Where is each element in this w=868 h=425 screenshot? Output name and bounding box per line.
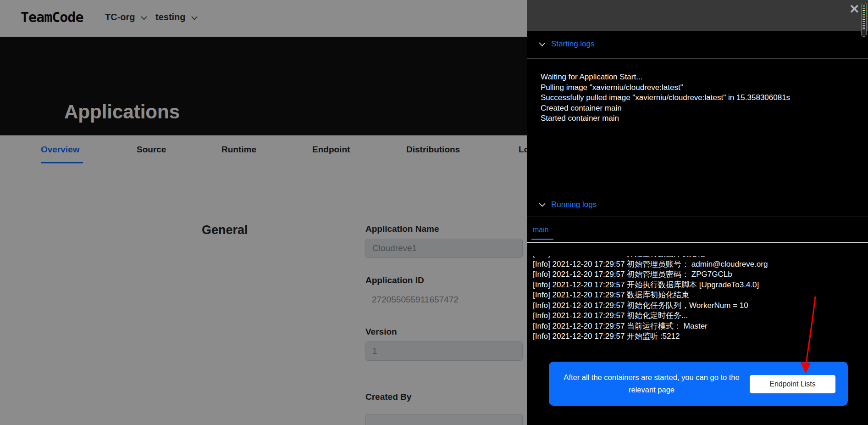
log-line: [Info] 2021-12-20 17:29:57 数据库初始化结束 <box>533 290 861 301</box>
log-line: Successfully pulled image "xavierniu/clo… <box>541 93 790 103</box>
divider <box>527 58 868 59</box>
drawer-header <box>527 0 868 31</box>
chevron-down-icon <box>539 203 546 207</box>
log-line: [Info] 2021-12-20 17:29:57 初始化任务队列，Worke… <box>533 301 861 311</box>
close-icon[interactable]: ✕ <box>849 2 860 17</box>
log-line: [Info] 2021-12-20 17:29:57 初始管理员密码： ZPG7… <box>533 269 861 280</box>
log-line: Created container main <box>541 103 790 114</box>
log-line: Waiting for Application Start... <box>541 72 790 83</box>
endpoint-notification-banner: After all the containers are started, yo… <box>549 362 848 406</box>
running-logs-title: Running logs <box>551 200 597 209</box>
scrollbar-minimap[interactable] <box>861 3 867 37</box>
log-line: Pulling image "xavierniu/cloudreve:lates… <box>541 83 790 93</box>
log-line: [Info] 2021-12-20 17:29:57 开始执行数据库脚本 [Up… <box>533 280 861 291</box>
divider <box>527 217 868 217</box>
starting-logs-output: Waiting for Application Start... Pulling… <box>541 72 790 124</box>
running-logs-toggle[interactable]: Running logs <box>539 200 597 209</box>
endpoint-lists-button[interactable]: Endpoint Lists <box>750 375 835 393</box>
running-logs-output[interactable]: [Info] 2021-12-20 17:29:57 开始进行数据库初始化 [I… <box>533 256 861 348</box>
log-line: [Info] 2021-12-20 17:29:57 初始管理员账号： admi… <box>533 259 861 270</box>
notification-message: After all the containers are started, yo… <box>560 371 743 397</box>
divider <box>527 242 868 243</box>
log-line: [Info] 2021-12-20 17:29:57 初始化定时任务... <box>533 311 861 321</box>
logs-drawer: ✕ Starting logs Waiting for Application … <box>527 0 868 425</box>
log-line: Started container main <box>541 113 790 124</box>
chevron-down-icon <box>539 42 546 46</box>
container-tab-main[interactable]: main <box>533 226 549 234</box>
starting-logs-title: Starting logs <box>551 39 595 49</box>
starting-logs-toggle[interactable]: Starting logs <box>539 39 595 49</box>
log-line: [Info] 2021-12-20 17:29:57 开始监听 :5212 <box>533 331 861 342</box>
log-line: [Info] 2021-12-20 17:29:57 当前运行模式： Maste… <box>533 321 861 332</box>
active-container-tab-indicator <box>531 239 553 240</box>
